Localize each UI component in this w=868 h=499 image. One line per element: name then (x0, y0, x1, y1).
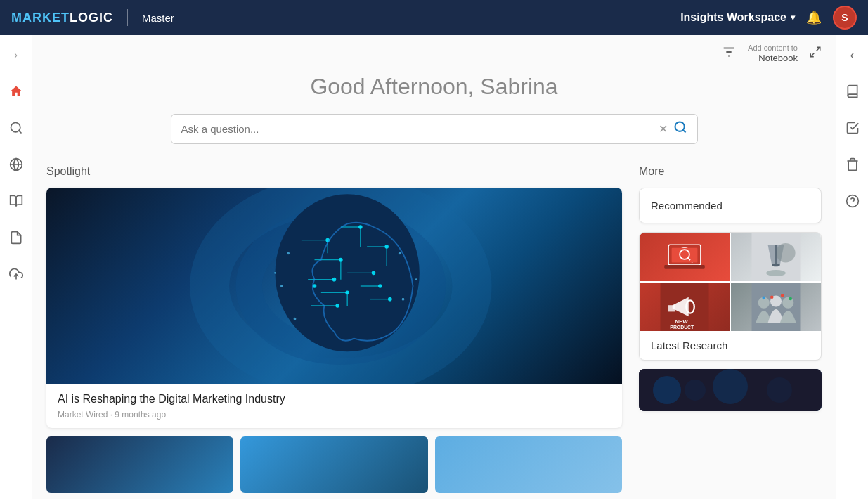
left-sidebar: › (0, 35, 32, 499)
sidebar-right-help[interactable] (841, 190, 864, 212)
svg-text:NEW: NEW (675, 318, 688, 324)
two-column-layout: Spotlight (46, 165, 822, 493)
svg-point-69 (781, 294, 784, 297)
svg-point-10 (675, 122, 684, 131)
greeting-text: Good Afternoon, Sabrina (46, 74, 822, 100)
svg-point-38 (335, 304, 339, 308)
right-sidebar: ‹ (836, 35, 868, 499)
research-tile-3: NEW PRODUCT (640, 283, 730, 331)
svg-point-40 (287, 252, 290, 254)
spotlight-card-meta: Market Wired · 9 months ago (58, 410, 611, 420)
search-container: ✕ (46, 114, 822, 144)
svg-rect-60 (668, 305, 675, 311)
notebook-label[interactable]: Notebook (748, 53, 798, 64)
svg-point-73 (653, 376, 681, 404)
svg-point-58 (772, 263, 780, 266)
add-content-label: Add content to (748, 44, 798, 53)
svg-point-71 (762, 296, 765, 299)
nav-right: Insights Workspace 🔔 S (680, 6, 857, 30)
add-to-notebook-area: Add content to Notebook (748, 44, 798, 64)
spotlight-time: 9 months ago (115, 410, 166, 420)
svg-point-42 (294, 318, 297, 320)
sidebar-item-home[interactable] (5, 80, 27, 103)
search-clear-button[interactable]: ✕ (659, 122, 668, 136)
recommended-card[interactable]: Recommended (639, 188, 822, 223)
svg-point-34 (372, 271, 376, 275)
filter-button[interactable] (721, 44, 737, 63)
svg-point-46 (415, 278, 417, 280)
nav-left: MARKETLOGIC Master (11, 9, 174, 26)
bottom-card-image (639, 369, 822, 411)
right-column: More Recommended (639, 165, 822, 493)
left-column: Spotlight (46, 165, 622, 493)
spotlight-card[interactable]: AI is Reshaping the Digital Marketing In… (46, 188, 622, 428)
expand-button[interactable] (809, 46, 822, 61)
spotlight-card-body: AI is Reshaping the Digital Marketing In… (46, 384, 622, 428)
svg-point-75 (713, 369, 748, 404)
svg-rect-48 (664, 265, 705, 269)
more-section-title: More (639, 165, 822, 178)
research-tile-4 (731, 283, 821, 331)
notification-bell[interactable]: 🔔 (806, 10, 822, 25)
svg-point-45 (274, 272, 276, 274)
research-tile-2 (731, 233, 821, 281)
latest-research-label: Latest Research (651, 339, 810, 351)
search-input[interactable] (181, 123, 653, 135)
spotlight-section-title: Spotlight (46, 165, 622, 178)
top-navigation: MARKETLOGIC Master Insights Workspace 🔔 … (0, 0, 868, 35)
search-submit-button[interactable] (673, 120, 687, 138)
logo-divider (127, 9, 128, 26)
svg-point-56 (776, 243, 796, 263)
spotlight-thumbnails (46, 436, 622, 493)
sidebar-item-learn[interactable] (5, 190, 27, 212)
svg-point-37 (378, 284, 382, 288)
svg-line-8 (817, 48, 820, 51)
sidebar-right-collapse[interactable]: ‹ (841, 44, 864, 66)
svg-point-30 (358, 225, 363, 229)
thumbnail-item[interactable] (435, 436, 622, 493)
svg-point-70 (789, 297, 792, 300)
thumbnail-item[interactable] (240, 436, 427, 493)
recommended-label: Recommended (651, 200, 810, 212)
svg-point-43 (399, 252, 401, 254)
svg-point-39 (388, 297, 392, 302)
svg-text:PRODUCT: PRODUCT (670, 324, 694, 329)
sidebar-item-search[interactable] (5, 117, 27, 139)
svg-point-68 (770, 295, 774, 299)
sidebar-item-upload[interactable] (5, 263, 27, 285)
svg-point-55 (766, 270, 786, 276)
user-avatar[interactable]: S (833, 6, 857, 30)
research-card-body: Latest Research (640, 331, 821, 360)
svg-point-76 (767, 377, 792, 403)
spotlight-card-title: AI is Reshaping the Digital Marketing In… (58, 393, 611, 406)
instance-label: Master (142, 12, 174, 24)
latest-research-card[interactable]: NEW PRODUCT (639, 232, 822, 361)
spotlight-image (46, 188, 622, 384)
sidebar-expand-button[interactable]: › (5, 44, 27, 66)
sidebar-right-book[interactable] (841, 80, 864, 103)
research-image-grid: NEW PRODUCT (640, 233, 821, 331)
svg-point-35 (345, 290, 349, 294)
svg-point-41 (280, 285, 283, 287)
svg-point-44 (402, 298, 405, 301)
research-tile-1 (640, 233, 730, 281)
svg-point-74 (685, 380, 706, 401)
svg-point-33 (332, 278, 337, 282)
spotlight-source: Market Wired (58, 410, 108, 420)
search-bar: ✕ (171, 114, 698, 144)
sidebar-right-checklist[interactable] (841, 117, 864, 139)
toolbar-row: Add content to Notebook (32, 35, 836, 67)
sidebar-item-globe[interactable] (5, 153, 27, 176)
thumbnail-item[interactable] (46, 436, 233, 493)
svg-point-32 (384, 245, 389, 249)
svg-point-31 (339, 258, 343, 262)
logo-area[interactable]: MARKETLOGIC (11, 11, 113, 25)
svg-line-9 (810, 53, 814, 57)
sidebar-right-trash[interactable] (841, 153, 864, 176)
bottom-card[interactable] (639, 369, 822, 411)
main-content: Add content to Notebook Good Afternoon, … (32, 35, 836, 499)
workspace-selector[interactable]: Insights Workspace (680, 11, 795, 24)
content-body: Good Afternoon, Sabrina ✕ Spotlight (32, 74, 836, 499)
svg-point-0 (11, 123, 20, 132)
sidebar-item-reports[interactable] (5, 226, 27, 249)
